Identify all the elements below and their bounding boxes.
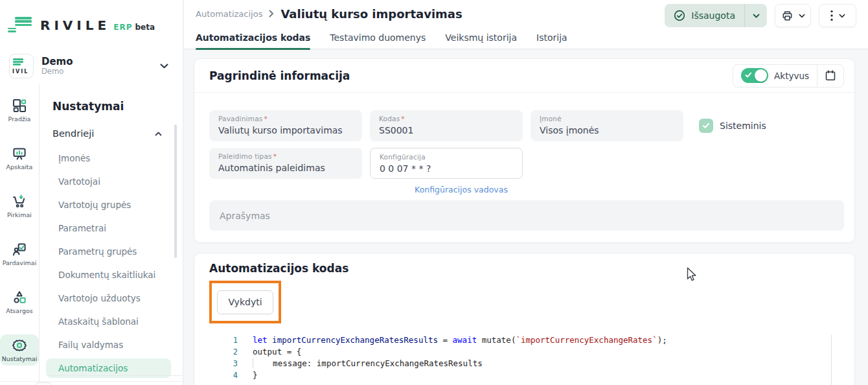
rail-item-pirkimai[interactable]: Pirkimai (5, 191, 34, 222)
code-editor[interactable]: 1let importCurrencyExchangeRatesResults … (223, 334, 832, 385)
field-label: Pavadinimas* (218, 115, 353, 123)
field-paleidimo-tipas[interactable]: Paleidimo tipas* Automatinis paleidimas (209, 148, 362, 179)
calendar-button[interactable] (817, 65, 843, 87)
field-konfiguracija[interactable]: Konfigūracija 0 0 07 * * ? (370, 148, 523, 179)
bottom-avatar-partial (35, 382, 52, 385)
code-editor-lines: 1let importCurrencyExchangeRatesResults … (223, 334, 831, 381)
more-actions-dropdown-button[interactable] (819, 4, 856, 27)
brand-subtitle: ERPbeta (113, 23, 155, 32)
code-line[interactable]: 4} (223, 369, 831, 381)
active-toggle[interactable]: Aktyvus (733, 65, 817, 87)
workspace-subtitle: Demo (41, 67, 152, 76)
printer-icon (781, 10, 794, 22)
rail-item-label: Apskaita (6, 163, 33, 170)
code-text: let importCurrencyExchangeRatesResults =… (253, 334, 667, 346)
sidebar-item-parametrai[interactable]: Parametrai (52, 216, 171, 240)
code-text: output = { (253, 346, 301, 358)
sidebar-item-parametrų-grupės[interactable]: Parametrų grupės (52, 240, 171, 263)
sidebar-scrollbar[interactable] (174, 124, 177, 258)
code-line[interactable]: 3 message: importCurrencyExchangeRatesRe… (223, 358, 831, 369)
page-title: Valiutų kurso importavimas (280, 7, 462, 21)
required-mark: * (264, 115, 267, 122)
field-imone[interactable]: Įmonė Visos įmonės (531, 110, 683, 141)
sidebar-item-ataskaitų-šablonai[interactable]: Ataskaitų šablonai (52, 310, 171, 333)
save-dropdown-button[interactable] (744, 4, 767, 27)
chevron-down-icon (839, 14, 845, 18)
rail-item-pardavimai[interactable]: Pardavimai (1, 239, 39, 270)
tab-istorija[interactable]: Istorija (536, 32, 567, 49)
save-status-main[interactable]: Išsaugota (665, 4, 744, 27)
field-label: Kodas* (379, 115, 514, 123)
field-pavadinimas[interactable]: Pavadinimas* Valiutų kurso importavimas (209, 110, 362, 141)
tabs: Automatizacijos kodasTestavimo duomenysV… (184, 27, 868, 49)
sidebar-group-bendrieji[interactable]: Bendrieji (52, 128, 183, 139)
description-field[interactable]: Aprašymas (209, 200, 844, 231)
inventory-shapes-icon (12, 290, 27, 305)
purchases-cart-icon (12, 194, 27, 209)
settings-submenu: Nustatymai Bendrieji ĮmonėsVartotojaiVar… (39, 84, 183, 385)
page-content: Pagrindinė informacija Aktyvus (184, 49, 868, 385)
sidebar-item-dokumentų-skaitliukai[interactable]: Dokumentų skaitliukai (52, 263, 171, 286)
sidebar-item-įmonės[interactable]: Įmonės (52, 146, 171, 170)
field-label: Konfigūracija (380, 153, 513, 161)
brand-badge: beta (135, 23, 155, 32)
submenu-title: Nustatymai (52, 100, 183, 113)
toggle-on-icon[interactable] (741, 68, 768, 83)
rail-item-nustatymai[interactable]: Nustatymai (0, 334, 39, 366)
config-link-row: Konfigūracijos vadovas (385, 183, 538, 195)
field-value: Valiutų kurso importavimas (218, 125, 353, 135)
tab-veiksmų-istorija[interactable]: Veiksmų istorija (445, 32, 517, 49)
settings-gear-icon (12, 338, 27, 353)
left-sidebar: RIVILE ERPbeta IVIL Demo Demo PradžiaAps… (0, 0, 183, 385)
home-grid-icon (12, 98, 27, 113)
field-kodas[interactable]: Kodas* SS0001 (370, 110, 523, 141)
header-actions: Išsaugota (665, 4, 856, 27)
rail-item-label: Pardavimai (3, 259, 37, 266)
workspace-names: Demo Demo (41, 56, 152, 76)
chevron-up-icon (155, 132, 162, 136)
breadcrumb-link-automatizacijos[interactable]: Automatizacijos (196, 9, 262, 19)
sidebar-divider (47, 375, 183, 376)
app-window: RIVILE ERPbeta IVIL Demo Demo PradžiaAps… (0, 0, 868, 385)
sidebar-item-failų-valdymas[interactable]: Failų valdymas (52, 333, 171, 356)
tab-testavimo-duomenys[interactable]: Testavimo duomenys (330, 32, 426, 49)
kebab-menu-icon (830, 10, 834, 21)
rivile-logo-icon (8, 17, 32, 34)
checkbox-label: Sisteminis (720, 121, 766, 131)
toggle-label: Aktyvus (774, 71, 809, 81)
field-label: Įmonė (540, 115, 674, 123)
field-value: Automatinis paleidimas (218, 163, 353, 173)
run-button[interactable]: Vykdyti (217, 290, 273, 314)
configuration-guide-link[interactable]: Konfigūracijos vadovas (415, 185, 508, 194)
rail-item-label: Pirkimai (7, 211, 32, 218)
field-value: SS0001 (379, 125, 514, 135)
brand-product: ERP (113, 23, 132, 32)
code-line[interactable]: 2output = { (223, 346, 831, 358)
sisteminis-checkbox[interactable]: Sisteminis (699, 119, 766, 133)
code-line[interactable]: 1let importCurrencyExchangeRatesResults … (223, 334, 831, 346)
checkbox-checked-icon[interactable] (699, 119, 713, 133)
line-number: 1 (223, 334, 238, 346)
left-body: PradžiaApskaitaPirkimaiPardavimaiAtsargo… (0, 84, 183, 385)
sidebar-item-vartotojo-užduotys[interactable]: Vartotojo užduotys (52, 286, 171, 310)
rail-item-atsargos[interactable]: Atsargos (4, 286, 34, 318)
rail-item-apskaita[interactable]: Apskaita (5, 143, 35, 174)
code-card-title: Automatizacijos kodas (209, 262, 843, 275)
workspace-name: Demo (41, 56, 152, 67)
print-dropdown-button[interactable] (775, 4, 811, 27)
sidebar-item-vartotojų-grupės[interactable]: Vartotojų grupės (52, 193, 171, 216)
save-status-split-button[interactable]: Išsaugota (665, 4, 767, 27)
sidebar-menu-list: ĮmonėsVartotojaiVartotojų grupėsParametr… (52, 146, 183, 378)
topbar: Automatizacijos Valiutų kurso importavim… (184, 0, 868, 49)
brand-name: RIVILE (40, 18, 110, 33)
workspace-selector[interactable]: IVIL Demo Demo (0, 43, 183, 84)
sidebar-item-vartotojai[interactable]: Vartotojai (52, 170, 171, 193)
rail-item-label: Pradžia (8, 115, 31, 122)
rail-item-pradžia[interactable]: Pradžia (6, 95, 33, 126)
sidebar-bottom-divider (0, 381, 183, 382)
chevron-down-icon (160, 64, 168, 69)
run-button-highlight-annotation: Vykdyti (209, 281, 281, 323)
card-title: Pagrindinė informacija (209, 69, 350, 82)
line-number: 4 (223, 369, 238, 381)
tab-automatizacijos-kodas[interactable]: Automatizacijos kodas (196, 32, 310, 49)
